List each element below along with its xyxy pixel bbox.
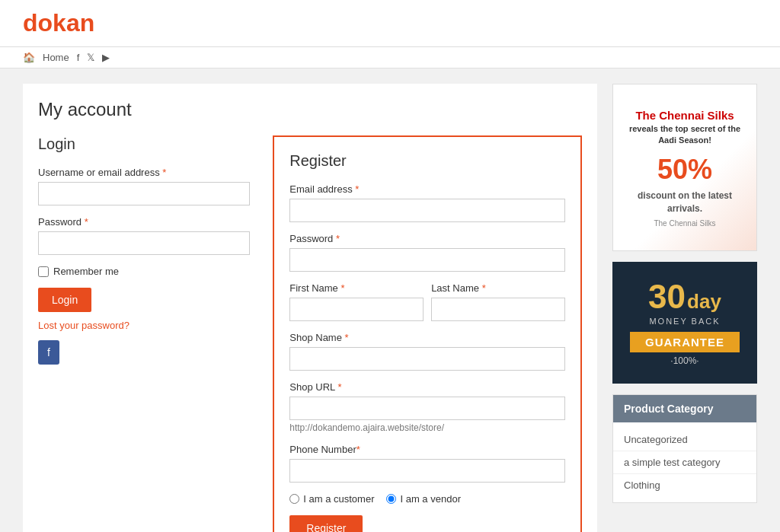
product-category-header: Product Category [613,395,756,422]
register-password-group: Password * [289,233,565,272]
first-name-input[interactable] [289,298,424,321]
role-radio-row: I am a customer I am a vendor [289,493,565,505]
customer-radio[interactable] [289,494,299,504]
page-title: My account [38,99,582,120]
ad-subtitle2: Aadi Season! [621,135,749,146]
category-item-clothing[interactable]: Clothing [613,474,756,496]
guarantee-day-word: day [687,291,721,311]
remember-me-row: Remember me [38,266,250,277]
site-header: dokan [0,0,780,47]
shop-url-input[interactable] [289,397,565,420]
logo-rest: okan [38,9,95,37]
login-section: Login Username or email address * Passwo… [38,135,250,532]
shop-name-label: Shop Name * [289,332,565,343]
register-title: Register [289,152,565,170]
ad-discount-value: 50% [621,151,749,189]
ad-discount-desc: discount on the latest arrivals. [621,190,749,215]
customer-radio-label[interactable]: I am a customer [289,493,374,505]
username-group: Username or email address * [38,167,250,205]
last-name-group: Last Name * [431,282,565,321]
email-group: Email address * [289,183,565,222]
name-fields-row: First Name * Last Name * [289,282,565,332]
email-input[interactable] [289,199,565,222]
remember-me-label: Remember me [53,266,119,277]
nav-bar: 🏠 Home f 𝕏 ▶ [0,47,780,68]
email-label: Email address * [289,183,565,195]
ad-banner[interactable]: The Chennai Silks reveals the top secret… [612,84,757,251]
username-label: Username or email address * [38,167,250,178]
login-button[interactable]: Login [38,288,91,312]
accounts-wrapper: Login Username or email address * Passwo… [38,135,582,532]
category-item-test[interactable]: a simple test category [613,451,756,474]
vendor-radio-label[interactable]: I am a vendor [386,493,461,505]
remember-me-checkbox[interactable] [38,266,49,277]
facebook-login-button[interactable]: f [38,340,59,365]
guarantee-label: GUARANTEE [630,332,740,352]
login-title: Login [38,135,250,153]
shop-name-input[interactable] [289,347,565,371]
first-name-label: First Name * [289,282,424,294]
login-password-group: Password * [38,216,250,255]
youtube-nav-icon[interactable]: ▶ [102,52,110,63]
register-button[interactable]: Register [289,515,363,532]
product-category-list: Uncategorized a simple test category Clo… [613,422,756,502]
guarantee-money-back: MONEY BACK [649,317,720,326]
shop-url-group: Shop URL * http://dokandemo.ajaira.websi… [289,381,565,433]
login-password-label: Password * [38,216,250,228]
register-password-label: Password * [289,233,565,244]
phone-group: Phone Number* [289,444,565,483]
home-link[interactable]: Home [43,52,69,63]
last-name-input[interactable] [431,298,565,321]
logo-d: d [23,9,38,37]
guarantee-badge: 30 day MONEY BACK GUARANTEE ·100%· [612,262,757,384]
username-input[interactable] [38,182,250,205]
shop-name-group: Shop Name * [289,332,565,371]
facebook-nav-icon[interactable]: f [77,52,80,63]
first-name-group: First Name * [289,282,424,321]
category-item-uncategorized[interactable]: Uncategorized [613,428,756,451]
register-section: Register Email address * Password * [273,135,582,532]
main-area: My account Login Username or email addre… [23,84,597,532]
sidebar: The Chennai Silks reveals the top secret… [612,84,757,532]
vendor-radio[interactable] [386,494,396,504]
page-content: My account Login Username or email addre… [0,68,780,532]
register-password-input[interactable] [289,248,565,272]
site-logo[interactable]: dokan [23,9,757,37]
product-category-box: Product Category Uncategorized a simple … [612,394,757,503]
ad-brand-name: The Chennai Silks [621,107,749,123]
login-password-input[interactable] [38,231,250,255]
ad-subtitle1: reveals the top secret of the [621,123,749,135]
ad-bottom-brand: The Chennai Silks [654,219,715,228]
guarantee-days: 30 [648,280,686,314]
phone-input[interactable] [289,459,565,483]
phone-label: Phone Number* [289,444,565,455]
home-icon: 🏠 [23,52,35,63]
lost-password-link[interactable]: Lost your password? [38,320,250,331]
shop-url-hint: http://dokandemo.ajaira.website/store/ [289,422,565,433]
last-name-label: Last Name * [431,282,565,294]
guarantee-pct: ·100%· [670,355,698,366]
twitter-nav-icon[interactable]: 𝕏 [87,52,94,63]
shop-url-label: Shop URL * [289,381,565,393]
